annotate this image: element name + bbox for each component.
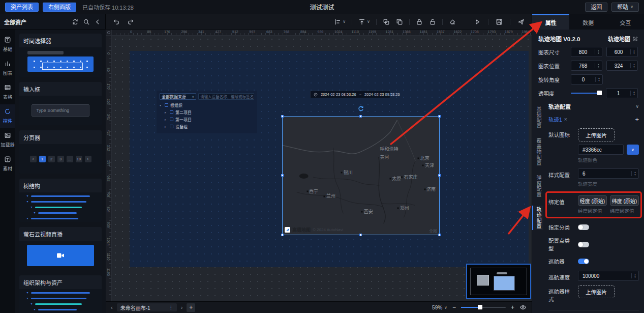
chevron-down-icon[interactable]: ∨: [635, 104, 639, 109]
ruler-origin[interactable]: [106, 30, 112, 36]
zoom-slider[interactable]: [461, 307, 506, 308]
toggle-switch[interactable]: [578, 259, 589, 264]
right-panel-button[interactable]: 右侧面版: [43, 3, 76, 12]
checkbox[interactable]: [165, 103, 168, 107]
device-search-input[interactable]: 请输入设备名称、编号或标签名称: [198, 93, 254, 100]
upload-image-button[interactable]: 上传图片: [578, 128, 615, 141]
undo-icon[interactable]: [113, 18, 120, 25]
chevron-down-icon[interactable]: ∨: [367, 19, 370, 24]
checkbox[interactable]: [170, 125, 173, 128]
eye-icon[interactable]: [519, 304, 527, 311]
save-icon[interactable]: [496, 18, 503, 25]
canvas-body[interactable]: 全部数据来源 ∨ 请输入设备名称、编号或标签名称 ▾根组织▸第二项目▸第一项目▸…: [112, 36, 532, 301]
nav-item-5[interactable]: 加载器: [0, 128, 15, 152]
toggle-switch[interactable]: [578, 224, 589, 230]
align-icon[interactable]: [334, 18, 341, 25]
opacity-slider-knob[interactable]: [597, 91, 602, 95]
nav-item-3[interactable]: 表格: [0, 80, 15, 104]
opacity-slider[interactable]: [571, 93, 602, 94]
selection-handle[interactable]: [281, 115, 284, 118]
device-tree-widget[interactable]: 全部数据来源 ∨ 请输入设备名称、编号或标签名称 ▾根组织▸第二项目▸第一项目▸…: [157, 91, 257, 133]
advanced-config-row[interactable]: 高级配置 ›: [548, 310, 639, 313]
group-icon[interactable]: [383, 18, 390, 25]
track-tab-1[interactable]: 轨迹1 ×: [548, 116, 567, 123]
inspector-tab-交互[interactable]: 交互: [607, 14, 644, 30]
section-tab-弹窗配置[interactable]: 弹窗配置: [532, 174, 543, 198]
color-picker-button[interactable]: ∨: [627, 145, 639, 155]
checkbox[interactable]: [170, 110, 173, 114]
data-source-select[interactable]: 全部数据来源 ∨: [160, 93, 196, 100]
nav-item-4[interactable]: 控件: [0, 104, 15, 128]
asset-card[interactable]: 萤石云视频直播: [19, 227, 102, 270]
track-color-input[interactable]: #3366cc: [578, 145, 624, 155]
chart-x-stepper[interactable]: 768▴▾: [571, 61, 602, 71]
close-icon[interactable]: ×: [564, 117, 567, 122]
add-track-button[interactable]: +: [635, 116, 639, 123]
arrange-icon[interactable]: [358, 18, 365, 25]
asset-card[interactable]: 组织架构与资产▾▾▾▾▾: [19, 275, 102, 313]
rotate-stepper[interactable]: 0▴▾: [571, 74, 603, 84]
redo-icon[interactable]: [127, 18, 134, 25]
inspector-tab-属性[interactable]: 属性: [532, 14, 569, 30]
selection-handle[interactable]: [359, 234, 362, 236]
inspector-tab-数据[interactable]: 数据: [569, 14, 606, 30]
zoom-in-button[interactable]: +: [511, 304, 514, 311]
tree-node[interactable]: ▸设备组: [160, 124, 254, 129]
edit-icon[interactable]: [632, 36, 638, 42]
selection-handle[interactable]: [281, 174, 284, 177]
minimap[interactable]: [466, 264, 531, 299]
asset-card[interactable]: 输入框Type Something: [19, 82, 102, 125]
lock-icon[interactable]: [416, 18, 423, 25]
selection-handle[interactable]: [438, 115, 441, 118]
eraser-icon[interactable]: [449, 18, 456, 25]
chart-width-stepper[interactable]: 800▴▾: [571, 47, 602, 57]
section-tab-轨迹配置[interactable]: 轨迹配置: [532, 206, 543, 230]
longitude-bind-button[interactable]: 经度 (原始): [578, 195, 607, 206]
help-button[interactable]: 帮助 ∨: [611, 3, 639, 12]
add-page-button[interactable]: +: [187, 303, 195, 312]
tree-node[interactable]: ▸第二项目: [160, 109, 254, 115]
zoom-level-select[interactable]: 59% ∨: [432, 305, 447, 310]
collapse-icon[interactable]: [94, 18, 101, 25]
asset-card[interactable]: 分页器‹123...10›: [19, 130, 102, 174]
kebab-menu-icon[interactable]: ⋮: [169, 305, 173, 310]
asset-card[interactable]: 时间选择器: [19, 34, 102, 77]
canvas-page-tab[interactable]: 未命名画布-1 ⋮: [117, 303, 177, 311]
section-tab-基础配置[interactable]: 基础配置: [532, 105, 543, 130]
opacity-stepper[interactable]: 1▴▾: [606, 88, 638, 98]
tree-caret-icon[interactable]: ▸: [165, 125, 168, 128]
checkbox[interactable]: [170, 118, 173, 121]
nav-item-1[interactable]: 基础: [0, 33, 15, 56]
next-page-icon[interactable]: ›: [181, 304, 183, 310]
rotate-handle-icon[interactable]: [358, 105, 364, 113]
tree-caret-icon[interactable]: ▸: [165, 110, 168, 114]
selection-handle[interactable]: [438, 234, 441, 236]
latitude-bind-button[interactable]: 纬度 (原始): [610, 195, 639, 206]
selection-handle[interactable]: [438, 174, 441, 177]
tree-node[interactable]: ▾根组织: [160, 102, 254, 108]
time-range-picker[interactable]: 2024-02-23 08:53:26 ~ 2024-02-23 09:53:2…: [310, 91, 390, 98]
back-button[interactable]: 返回: [585, 3, 607, 12]
search-icon[interactable]: [83, 18, 90, 25]
track-width-stepper[interactable]: 6▴▾: [578, 168, 639, 179]
tree-caret-icon[interactable]: ▾: [160, 103, 163, 107]
zoom-slider-knob[interactable]: [478, 305, 482, 309]
asset-card[interactable]: 树结构▾▾▾▾▾: [19, 179, 102, 222]
prev-page-icon[interactable]: ‹: [111, 304, 113, 310]
refresh-icon[interactable]: [72, 18, 79, 25]
chart-height-stepper[interactable]: 600▴▾: [606, 47, 638, 57]
send-icon[interactable]: [517, 18, 525, 25]
nav-item-6[interactable]: 素材: [0, 152, 15, 176]
chart-y-stepper[interactable]: 324▴▾: [606, 61, 638, 71]
section-tab-覆盖物配置[interactable]: 覆盖物配置: [532, 137, 543, 167]
cruise-upload-button[interactable]: 上传图片: [578, 285, 615, 298]
unlock-icon[interactable]: [429, 18, 436, 25]
zoom-out-button[interactable]: −: [452, 304, 456, 311]
tree-caret-icon[interactable]: ▸: [165, 118, 168, 121]
selection-handle[interactable]: [359, 115, 362, 118]
selection-handle[interactable]: [281, 234, 284, 236]
chevron-down-icon[interactable]: ∨: [343, 19, 346, 24]
cruise-speed-stepper[interactable]: 100000▴▾: [578, 271, 639, 281]
play-icon[interactable]: [474, 18, 481, 25]
copy-icon[interactable]: [396, 18, 403, 25]
